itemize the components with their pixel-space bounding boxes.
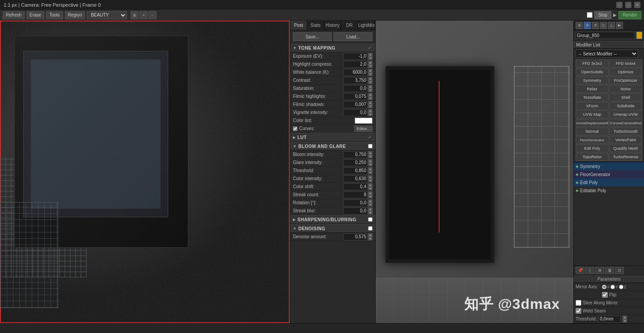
streak-blur-down[interactable]: ▼: [368, 211, 373, 215]
threshold-up[interactable]: ▲: [368, 167, 373, 171]
zoom-in-icon[interactable]: +: [140, 11, 148, 19]
props-icon-display2[interactable]: △: [608, 22, 615, 29]
close-button[interactable]: ✕: [634, 2, 640, 8]
mod-delete-button[interactable]: 🗑: [605, 267, 614, 274]
color-intensity-up[interactable]: ▲: [368, 175, 373, 179]
section-lut[interactable]: ▶ LUT ✓: [290, 133, 375, 142]
exposure-up[interactable]: ▲: [368, 53, 373, 56]
vignette-up[interactable]: ▲: [368, 109, 373, 113]
mod-btn-editpoly[interactable]: Edit Poly: [576, 144, 609, 152]
maximize-button[interactable]: □: [625, 2, 631, 8]
mod-btn-tessellate[interactable]: Tessellate: [576, 93, 609, 101]
mod-settings-button[interactable]: ⚙: [595, 267, 604, 274]
axis-y-radio[interactable]: [610, 285, 615, 289]
tab-post[interactable]: Post: [290, 21, 307, 30]
color-shift-down[interactable]: ▼: [368, 187, 373, 190]
rotation-down[interactable]: ▼: [368, 203, 373, 207]
tab-lightmix[interactable]: LightMix: [358, 21, 375, 30]
glare-intensity-down[interactable]: ▼: [368, 163, 373, 166]
whitebalance-down[interactable]: ▼: [368, 72, 373, 76]
whitebalance-input[interactable]: [343, 69, 368, 76]
highlight-input[interactable]: [343, 61, 368, 68]
tab-history[interactable]: History: [324, 21, 341, 30]
minimize-button[interactable]: ─: [616, 2, 623, 8]
exposure-down[interactable]: ▼: [368, 56, 373, 60]
render-mode-dropdown[interactable]: BEAUTY ALPHA DEPTH: [87, 11, 127, 19]
mod-btn-floorgenerator[interactable]: FloorGenerator: [576, 136, 609, 144]
contrast-up[interactable]: ▲: [368, 77, 373, 80]
mod-btn-noise[interactable]: Noise: [609, 85, 642, 93]
threshold-input[interactable]: [598, 316, 621, 323]
rotation-input[interactable]: [343, 199, 368, 207]
axis-x-radio[interactable]: [602, 285, 606, 289]
mod-btn-symmetry[interactable]: Symmetry: [576, 76, 609, 84]
mod-btn-shell[interactable]: Shell: [609, 93, 642, 101]
post-content-scroll[interactable]: ▼ TONE MAPPING ✓ Exposure (EV): ▲ ▼ High…: [290, 43, 375, 323]
streak-blur-up[interactable]: ▲: [368, 207, 373, 211]
tools-button[interactable]: Tools: [46, 11, 63, 19]
contrast-input[interactable]: [343, 77, 368, 84]
mod-btn-ffd3x3[interactable]: FFD 3x3x3: [576, 59, 609, 67]
denoise-amount-down[interactable]: ▼: [368, 237, 373, 240]
tab-dr[interactable]: DR: [341, 21, 358, 30]
erase-button[interactable]: Erase: [26, 11, 44, 19]
color-intensity-input[interactable]: [343, 175, 368, 182]
mod-move-up-button[interactable]: |: [585, 267, 594, 274]
denoise-amount-input[interactable]: [343, 233, 368, 240]
save-button[interactable]: Save...: [293, 32, 332, 41]
section-bloom[interactable]: ▼ BLOOM AND GLARE: [290, 142, 375, 151]
saturation-input[interactable]: [343, 85, 368, 92]
bloom-intensity-up[interactable]: ▲: [368, 151, 373, 155]
streak-blur-input[interactable]: [343, 207, 368, 215]
sharpening-enabled-checkbox[interactable]: [368, 217, 373, 222]
mod-btn-turboreverse[interactable]: TurboReverse: [609, 153, 642, 161]
props-icon-hierarchy[interactable]: ⚙: [592, 22, 599, 29]
filmichigh-up[interactable]: ▲: [368, 93, 373, 97]
curves-editor-button[interactable]: Editor...: [354, 126, 373, 132]
stop-button[interactable]: Stop: [594, 11, 612, 19]
whitebalance-up[interactable]: ▲: [368, 69, 373, 72]
glare-intensity-input[interactable]: [343, 159, 368, 166]
exposure-input[interactable]: [343, 53, 368, 60]
bloom-intensity-down[interactable]: ▼: [368, 155, 373, 158]
props-icon-motion[interactable]: ◫: [600, 22, 607, 29]
rotation-up[interactable]: ▲: [368, 199, 373, 203]
streak-count-up[interactable]: ▲: [368, 191, 373, 195]
mod-btn-vertexpaint[interactable]: VertexPaint: [609, 136, 642, 144]
color-shift-input[interactable]: [343, 183, 368, 190]
weld-seam-checkbox[interactable]: [576, 308, 581, 314]
refresh-button[interactable]: Refresh: [3, 11, 25, 19]
mod-paste-button[interactable]: ⊡: [615, 267, 624, 274]
mod-pin-button[interactable]: 📌: [576, 267, 585, 274]
props-icon-utilities[interactable]: ▶: [616, 22, 623, 29]
contrast-down[interactable]: ▼: [368, 80, 373, 84]
filmicshadow-input[interactable]: [343, 101, 368, 108]
mod-btn-uvwmap[interactable]: UVW Map: [576, 110, 609, 118]
filmichigh-down[interactable]: ▼: [368, 97, 373, 100]
glare-intensity-up[interactable]: ▲: [368, 159, 373, 163]
mod-btn-relax[interactable]: Relax: [576, 85, 609, 93]
denoise-amount-up[interactable]: ▲: [368, 233, 373, 237]
filmicshadow-down[interactable]: ▼: [368, 105, 373, 108]
render-checkbox[interactable]: [587, 12, 593, 18]
modifier-dropdown[interactable]: -- Select Modifier --: [576, 50, 638, 58]
denoising-enabled-checkbox[interactable]: [368, 226, 373, 231]
threshold-spin-down[interactable]: ▼: [623, 319, 627, 323]
section-sharpening[interactable]: ▶ SHARPENING/BLURRING: [290, 215, 375, 224]
zoom-out-icon[interactable]: −: [148, 11, 157, 19]
props-icon-display[interactable]: ⊞: [576, 22, 583, 29]
region-button[interactable]: Region: [65, 11, 85, 19]
filmichigh-input[interactable]: [343, 93, 368, 100]
zoom-fit-icon[interactable]: ⊞: [131, 11, 139, 19]
threshold-bloom-input[interactable]: [343, 167, 368, 174]
mod-btn-opensubdiv[interactable]: OpenSubdiv: [576, 68, 609, 76]
mod-btn-coronadisp[interactable]: CoronaDisplacementM: [576, 119, 609, 127]
axis-z-radio[interactable]: [619, 285, 623, 289]
threshold-down[interactable]: ▼: [368, 171, 373, 174]
mod-btn-quadifymesh[interactable]: Quadify Mesh: [609, 144, 642, 152]
object-name-input[interactable]: [576, 32, 635, 39]
tab-stats[interactable]: Stats: [307, 21, 324, 30]
filmicshadow-up[interactable]: ▲: [368, 101, 373, 105]
modifier-item-floorgenerator[interactable]: ◈ FloorGenerator: [574, 170, 644, 178]
highlight-down[interactable]: ▼: [368, 64, 373, 68]
